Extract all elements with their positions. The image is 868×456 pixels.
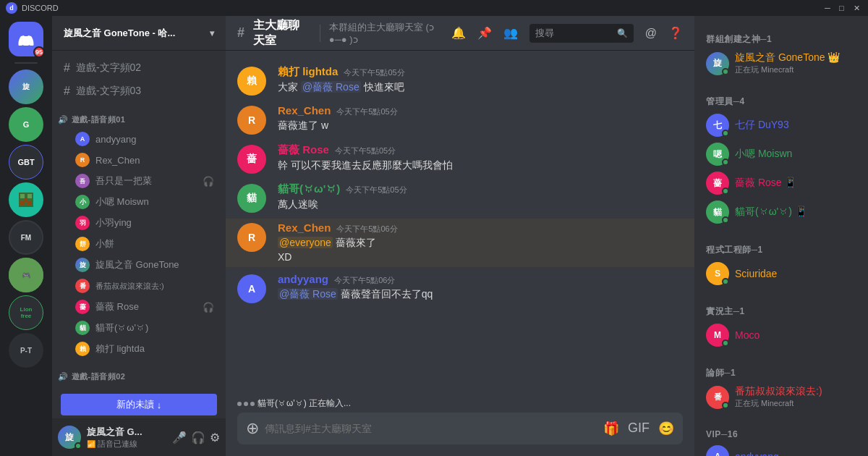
voice-category-01[interactable]: 🔊 遊戲-語音頻01 [52,103,226,128]
member-info: 旋風之音 GoneTone 👑 正在玩 Minecraft [735,51,840,75]
channel-item-text02[interactable]: # 遊戲-文字頻02 [58,56,220,80]
member-avatar: 七 [706,114,729,137]
member-name: 番茄叔叔滾來滾去:) [95,281,214,292]
member-item-sciuridae[interactable]: S Sciuridae [700,259,862,288]
close-button[interactable]: ✕ [854,4,862,12]
member-item-tomato[interactable]: 番 番茄叔叔滾來滾去:) 正在玩 Minecraft [700,382,862,412]
members-icon[interactable]: 👥 [503,26,518,40]
member-item-moco[interactable]: M Moco [700,321,862,350]
settings-icon[interactable]: ⚙ [210,431,220,444]
speaker-icon: 🔊 [58,115,69,124]
typing-dot [250,402,255,406]
voice-member-bing[interactable]: 餅 小餅 [58,234,220,254]
member-item-gonetone[interactable]: 旋 旋風之音 GoneTone 👑 正在玩 Minecraft [700,48,862,78]
titlebar: d DISCORD ─ □ ✕ [0,0,868,16]
member-avatar: 嗯 [706,143,729,166]
role-section-vip: VIP─16 A andyyang [700,423,862,456]
server-icon-home[interactable]: 95 [9,22,43,56]
voice-member-cat[interactable]: 貓 貓哥(ꃼω'ꃼ) [58,318,220,338]
member-item-andyyang[interactable]: A andyyang [700,442,862,456]
member-name: Moco [735,329,760,341]
status-indicator [75,442,82,449]
input-area: ⊕ 🎁 GIF 😊 [226,413,694,456]
voice-category-02[interactable]: 🔊 遊戲-語音頻02 [52,360,226,385]
avatar: 賴 [75,342,90,356]
member-item-moiswn[interactable]: 嗯 小嗯 Moiswn [700,140,862,169]
server-icon-fm[interactable]: FM [9,220,43,255]
gif-icon[interactable]: GIF [628,421,650,436]
at-icon[interactable]: @ [645,27,657,40]
voice-member-rex[interactable]: R Rex_Chen [58,150,220,170]
member-avatar: 番 [706,386,729,409]
emoji-icon[interactable]: 😊 [658,421,674,436]
message-content: Rex_Chen 今天下午5點06分 @everyone 薔薇來了XD [278,221,683,264]
message-group: R Rex_Chen 今天下午5點05分 薔薇進了 w [226,101,694,138]
avatar: 貓 [75,321,90,335]
add-content-button[interactable]: ⊕ [246,419,259,438]
message-author: andyyang [278,273,328,285]
status-dot [722,187,729,195]
message-header: 薔薇 Rose 今天下午5點05分 [278,143,683,157]
message-group: R Rex_Chen 今天下午5點06分 @everyone 薔薇來了XD [226,219,694,267]
member-name: 薔薇 Rose 📱 [735,177,796,190]
member-item-rose[interactable]: 薔 薔薇 Rose 📱 [700,169,862,198]
main-content: # 主大廳聊天室 本群組的主大廳聊天室 (ɔ ●─● )ɔ 🔔 📌 👥 搜尋 🔍… [226,16,694,456]
member-name: 旋風之音 GoneTone 👑 [735,51,840,64]
server-icon-mc[interactable] [9,182,43,217]
bell-icon[interactable]: 🔔 [451,26,466,40]
server-icon-pt[interactable]: P-T [9,333,43,368]
search-box[interactable]: 搜尋 🔍 [529,24,634,43]
avatar: 貓 [237,184,266,213]
channel-name: 遊戲-文字頻02 [76,62,214,75]
channel-header-name: 主大廳聊天室 [253,18,311,48]
message-content: andyyang 今天下午5點06分 @薔薇 Rose 薔薇聲音回不去了qq [278,273,683,303]
message-text: 萬人迷唉 [278,198,683,212]
server-icon-1[interactable]: 旋 [9,69,43,104]
member-info: 番茄叔叔滾來滾去:) 正在玩 Minecraft [735,385,822,409]
voice-member-andyyang[interactable]: A andyyang [58,129,220,149]
server-icon-gbt[interactable]: GBT [9,145,43,180]
server-header[interactable]: 旋風之音 GoneTone - 哈... ▾ [52,16,226,51]
role-section-streamer: 實況主─1 M Moco [700,300,862,350]
minimize-button[interactable]: ─ [825,4,833,12]
voice-member-ying[interactable]: 羽 小羽ying [58,213,220,233]
channel-item-text03[interactable]: # 遊戲-文字頻03 [58,80,220,103]
gift-icon[interactable]: 🎁 [603,421,619,436]
status-dot [722,339,729,347]
voice-member-gonetone[interactable]: 旋 旋風之音 GoneTone [58,255,220,275]
voice-member-lightda[interactable]: 賴 賴打 lightda [58,339,220,359]
titlebar-controls: ─ □ ✕ [825,4,862,12]
status-dot [722,278,729,285]
role-title: VIP─16 [700,423,862,442]
maximize-button[interactable]: □ [839,4,848,12]
typing-dot [244,402,248,406]
member-name: 小嗯 Moiswn [735,148,792,161]
svg-rect-2 [20,194,25,198]
server-icon-2[interactable]: G [9,107,43,142]
voice-member-rose[interactable]: 薔 薔薇 Rose 🎧 [58,297,220,317]
member-item-cat[interactable]: 貓 貓哥(ꃼω'ꃼ) 📱 [700,198,862,227]
avatar: 薔 [237,145,266,174]
server-icon-mc2[interactable]: 🎮 [9,258,43,292]
voice-member-cai[interactable]: 吾 吾只是一把菜 🎧 [58,171,220,191]
new-unreads-button[interactable]: 新的未讀 ↓ [61,394,217,415]
voice-category-03[interactable]: 🔊 遊戲-語音頻03 [52,385,226,391]
help-icon[interactable]: ❓ [668,26,683,40]
voice-member-moiswn[interactable]: 小 小嗯 Moiswn [58,192,220,212]
headset-icon[interactable]: 🎧 [191,431,205,444]
member-name: 小羽ying [95,216,214,229]
message-text: @everyone 薔薇來了XD [278,236,683,264]
mic-icon[interactable]: 🎤 [172,431,187,444]
avatar: A [75,132,90,146]
message-input[interactable] [265,423,597,434]
app: 95 旋 G GBT FM 🎮 Lionfree P-T [0,16,868,456]
voice-member-tomato[interactable]: 番 番茄叔叔滾來滾去:) [58,276,220,296]
avatar: 薔 [75,300,90,314]
user-panel: 旋 旋風之音 G... 📶 語音已連線 🎤 🎧 ⚙ [52,418,226,456]
member-item-duy93[interactable]: 七 七仔 DuY93 [700,111,862,140]
server-icon-lionfree[interactable]: Lionfree [9,295,43,330]
user-avatar-container: 旋 [58,426,81,449]
messages-area: 賴 賴打 lightda 今天下午5點05分 大家 @薔薇 Rose 快進來吧 … [226,51,694,394]
pin-icon[interactable]: 📌 [477,26,492,40]
message-header: 貓哥(ꃼω'ꃼ) 今天下午5點05分 [278,182,683,196]
